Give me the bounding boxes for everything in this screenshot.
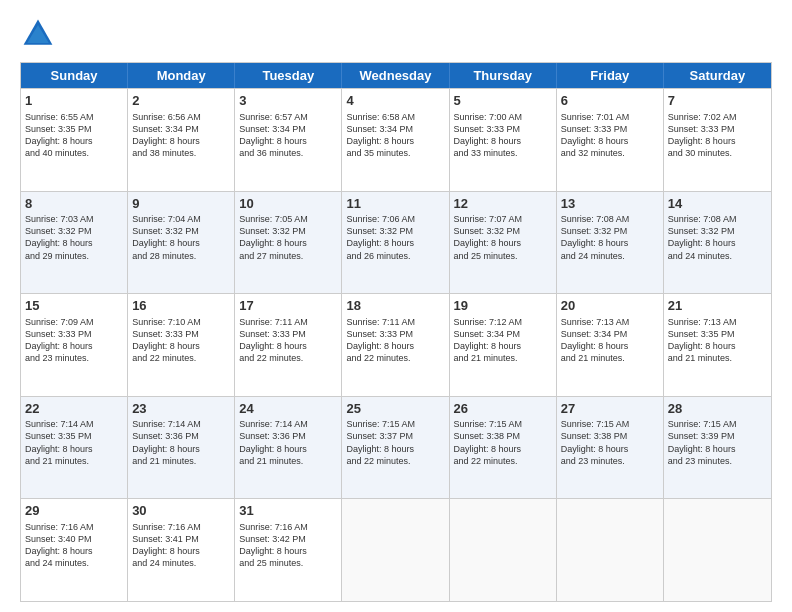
cell-line: Sunrise: 7:11 AM	[239, 316, 337, 328]
day-number: 19	[454, 297, 552, 315]
cell-line: Sunrise: 6:58 AM	[346, 111, 444, 123]
calendar-cell: 28Sunrise: 7:15 AMSunset: 3:39 PMDayligh…	[664, 397, 771, 499]
calendar-cell: 11Sunrise: 7:06 AMSunset: 3:32 PMDayligh…	[342, 192, 449, 294]
cell-line: and 23 minutes.	[25, 352, 123, 364]
cell-line: Sunset: 3:32 PM	[132, 225, 230, 237]
calendar-cell	[664, 499, 771, 601]
cell-line: and 25 minutes.	[454, 250, 552, 262]
cell-line: and 23 minutes.	[668, 455, 767, 467]
cell-line: and 28 minutes.	[132, 250, 230, 262]
cell-line: Daylight: 8 hours	[25, 237, 123, 249]
cell-line: Sunset: 3:35 PM	[25, 430, 123, 442]
cell-line: Daylight: 8 hours	[454, 237, 552, 249]
cell-line: and 21 minutes.	[132, 455, 230, 467]
cell-line: Daylight: 8 hours	[454, 340, 552, 352]
cell-line: and 33 minutes.	[454, 147, 552, 159]
day-number: 8	[25, 195, 123, 213]
calendar-cell: 14Sunrise: 7:08 AMSunset: 3:32 PMDayligh…	[664, 192, 771, 294]
day-number: 11	[346, 195, 444, 213]
cell-line: Sunset: 3:37 PM	[346, 430, 444, 442]
cell-line: and 21 minutes.	[668, 352, 767, 364]
cell-line: Sunset: 3:32 PM	[668, 225, 767, 237]
cell-line: Daylight: 8 hours	[25, 545, 123, 557]
logo-icon	[20, 16, 56, 52]
day-number: 2	[132, 92, 230, 110]
calendar-cell: 8Sunrise: 7:03 AMSunset: 3:32 PMDaylight…	[21, 192, 128, 294]
cell-line: Sunrise: 7:02 AM	[668, 111, 767, 123]
cell-line: and 35 minutes.	[346, 147, 444, 159]
cell-line: Sunrise: 7:13 AM	[561, 316, 659, 328]
header-day-monday: Monday	[128, 63, 235, 88]
cell-line: Sunrise: 7:14 AM	[132, 418, 230, 430]
day-number: 26	[454, 400, 552, 418]
cell-line: Sunrise: 7:12 AM	[454, 316, 552, 328]
calendar-cell: 27Sunrise: 7:15 AMSunset: 3:38 PMDayligh…	[557, 397, 664, 499]
cell-line: Daylight: 8 hours	[132, 443, 230, 455]
day-number: 18	[346, 297, 444, 315]
header-day-wednesday: Wednesday	[342, 63, 449, 88]
cell-line: and 38 minutes.	[132, 147, 230, 159]
cell-line: and 24 minutes.	[561, 250, 659, 262]
cell-line: and 21 minutes.	[454, 352, 552, 364]
calendar-cell: 5Sunrise: 7:00 AMSunset: 3:33 PMDaylight…	[450, 89, 557, 191]
cell-line: Daylight: 8 hours	[25, 443, 123, 455]
cell-line: Sunset: 3:32 PM	[25, 225, 123, 237]
calendar-cell: 18Sunrise: 7:11 AMSunset: 3:33 PMDayligh…	[342, 294, 449, 396]
cell-line: Sunset: 3:33 PM	[561, 123, 659, 135]
header-day-friday: Friday	[557, 63, 664, 88]
cell-line: and 32 minutes.	[561, 147, 659, 159]
day-number: 6	[561, 92, 659, 110]
cell-line: and 36 minutes.	[239, 147, 337, 159]
cell-line: Sunset: 3:34 PM	[132, 123, 230, 135]
day-number: 14	[668, 195, 767, 213]
day-number: 10	[239, 195, 337, 213]
day-number: 4	[346, 92, 444, 110]
calendar-cell: 29Sunrise: 7:16 AMSunset: 3:40 PMDayligh…	[21, 499, 128, 601]
day-number: 21	[668, 297, 767, 315]
calendar-cell	[450, 499, 557, 601]
calendar-cell: 9Sunrise: 7:04 AMSunset: 3:32 PMDaylight…	[128, 192, 235, 294]
cell-line: and 30 minutes.	[668, 147, 767, 159]
day-number: 23	[132, 400, 230, 418]
calendar-cell: 22Sunrise: 7:14 AMSunset: 3:35 PMDayligh…	[21, 397, 128, 499]
day-number: 15	[25, 297, 123, 315]
calendar-cell	[557, 499, 664, 601]
cell-line: Sunset: 3:33 PM	[132, 328, 230, 340]
cell-line: Sunrise: 7:06 AM	[346, 213, 444, 225]
cell-line: Daylight: 8 hours	[454, 135, 552, 147]
calendar-row-5: 29Sunrise: 7:16 AMSunset: 3:40 PMDayligh…	[21, 498, 771, 601]
cell-line: Sunset: 3:33 PM	[454, 123, 552, 135]
calendar-cell: 24Sunrise: 7:14 AMSunset: 3:36 PMDayligh…	[235, 397, 342, 499]
calendar-cell: 12Sunrise: 7:07 AMSunset: 3:32 PMDayligh…	[450, 192, 557, 294]
cell-line: Sunrise: 7:16 AM	[25, 521, 123, 533]
cell-line: Sunset: 3:35 PM	[25, 123, 123, 135]
day-number: 16	[132, 297, 230, 315]
cell-line: Sunset: 3:38 PM	[561, 430, 659, 442]
cell-line: Daylight: 8 hours	[454, 443, 552, 455]
cell-line: and 25 minutes.	[239, 557, 337, 569]
page: SundayMondayTuesdayWednesdayThursdayFrid…	[0, 0, 792, 612]
calendar-cell: 7Sunrise: 7:02 AMSunset: 3:33 PMDaylight…	[664, 89, 771, 191]
logo	[20, 16, 60, 52]
cell-line: Sunset: 3:36 PM	[239, 430, 337, 442]
cell-line: and 24 minutes.	[132, 557, 230, 569]
cell-line: Daylight: 8 hours	[561, 237, 659, 249]
calendar-cell: 31Sunrise: 7:16 AMSunset: 3:42 PMDayligh…	[235, 499, 342, 601]
cell-line: Daylight: 8 hours	[561, 135, 659, 147]
cell-line: and 23 minutes.	[561, 455, 659, 467]
cell-line: Daylight: 8 hours	[346, 340, 444, 352]
cell-line: Sunrise: 7:13 AM	[668, 316, 767, 328]
calendar-cell: 4Sunrise: 6:58 AMSunset: 3:34 PMDaylight…	[342, 89, 449, 191]
cell-line: Sunset: 3:34 PM	[561, 328, 659, 340]
cell-line: Sunset: 3:33 PM	[239, 328, 337, 340]
cell-line: Sunset: 3:34 PM	[239, 123, 337, 135]
calendar-cell: 6Sunrise: 7:01 AMSunset: 3:33 PMDaylight…	[557, 89, 664, 191]
cell-line: Daylight: 8 hours	[668, 443, 767, 455]
cell-line: Daylight: 8 hours	[346, 443, 444, 455]
cell-line: Sunset: 3:32 PM	[239, 225, 337, 237]
cell-line: and 22 minutes.	[346, 455, 444, 467]
cell-line: and 24 minutes.	[25, 557, 123, 569]
day-number: 9	[132, 195, 230, 213]
cell-line: Sunset: 3:33 PM	[668, 123, 767, 135]
calendar-cell: 20Sunrise: 7:13 AMSunset: 3:34 PMDayligh…	[557, 294, 664, 396]
